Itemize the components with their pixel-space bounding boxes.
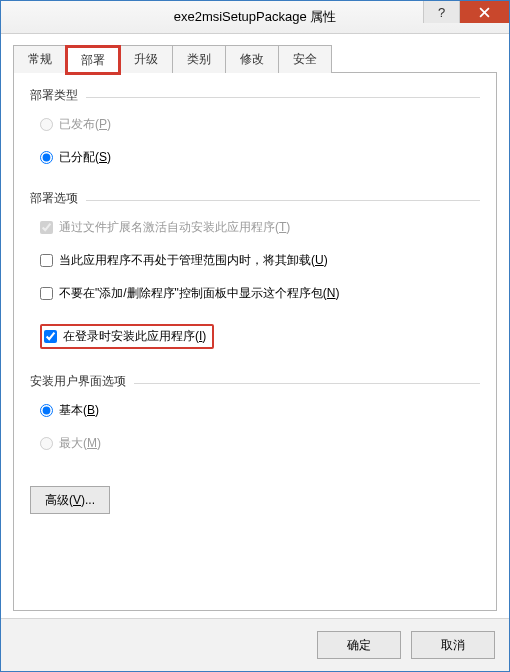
check-row-autoinstall: 通过文件扩展名激活自动安装此应用程序(T) — [30, 211, 480, 244]
check-uninstall-out-of-scope[interactable] — [40, 254, 53, 267]
tab-label: 安全 — [293, 51, 317, 68]
divider — [86, 200, 480, 201]
radio-published-label: 已发布(P) — [59, 116, 111, 133]
radio-ui-max[interactable] — [40, 437, 53, 450]
tab-label: 部署 — [81, 52, 105, 69]
radio-assigned[interactable] — [40, 151, 53, 164]
tab-label: 修改 — [240, 51, 264, 68]
group-title-deploy-options: 部署选项 — [30, 190, 78, 207]
window-controls: ? — [423, 1, 509, 25]
cancel-button-label: 取消 — [441, 638, 465, 652]
cancel-button[interactable]: 取消 — [411, 631, 495, 659]
check-install-at-logon-label: 在登录时安装此应用程序(I) — [63, 328, 206, 345]
ok-button[interactable]: 确定 — [317, 631, 401, 659]
client-area: 常规 部署 升级 类别 修改 安全 部署类型 已发布(P) — [13, 45, 497, 611]
tab-category[interactable]: 类别 — [172, 45, 226, 73]
help-button[interactable]: ? — [423, 1, 459, 23]
radio-row-assigned: 已分配(S) — [30, 141, 480, 174]
group-install-ui: 安装用户界面选项 基本(B) 最大(M) — [30, 373, 480, 460]
group-deploy-options: 部署选项 通过文件扩展名激活自动安装此应用程序(T) 当此应用程序不再处于管理范… — [30, 190, 480, 357]
check-hide-addremove[interactable] — [40, 287, 53, 300]
tabstrip: 常规 部署 升级 类别 修改 安全 — [13, 45, 497, 73]
radio-assigned-label: 已分配(S) — [59, 149, 111, 166]
group-title-deploy-type: 部署类型 — [30, 87, 78, 104]
divider — [86, 97, 480, 98]
check-autoinstall[interactable] — [40, 221, 53, 234]
check-row-hide-addremove: 不要在"添加/删除程序"控制面板中显示这个程序包(N) — [30, 277, 480, 310]
tab-label: 类别 — [187, 51, 211, 68]
close-icon — [479, 7, 490, 18]
radio-published[interactable] — [40, 118, 53, 131]
check-uninstall-label: 当此应用程序不再处于管理范围内时，将其卸载(U) — [59, 252, 328, 269]
properties-dialog: exe2msiSetupPackage 属性 ? 常规 部署 升级 类别 修改 … — [0, 0, 510, 672]
tab-upgrade[interactable]: 升级 — [119, 45, 173, 73]
group-title-install-ui: 安装用户界面选项 — [30, 373, 126, 390]
tab-general[interactable]: 常规 — [13, 45, 67, 73]
close-button[interactable] — [459, 1, 509, 23]
radio-row-ui-max: 最大(M) — [30, 427, 480, 460]
tab-security[interactable]: 安全 — [278, 45, 332, 73]
tab-deploy[interactable]: 部署 — [66, 46, 120, 74]
tab-label: 升级 — [134, 51, 158, 68]
radio-row-ui-basic: 基本(B) — [30, 394, 480, 427]
tab-label: 常规 — [28, 51, 52, 68]
highlight-box: 在登录时安装此应用程序(I) — [40, 324, 214, 349]
check-row-install-at-logon: 在登录时安装此应用程序(I) — [30, 310, 480, 357]
advanced-button-label: 高级(V)... — [45, 493, 95, 507]
divider — [134, 383, 480, 384]
radio-row-published: 已发布(P) — [30, 108, 480, 141]
dialog-footer: 确定 取消 — [1, 618, 509, 671]
check-autoinstall-label: 通过文件扩展名激活自动安装此应用程序(T) — [59, 219, 290, 236]
ok-button-label: 确定 — [347, 638, 371, 652]
radio-ui-basic[interactable] — [40, 404, 53, 417]
group-deploy-type: 部署类型 已发布(P) 已分配(S) — [30, 87, 480, 174]
check-hide-addremove-label: 不要在"添加/删除程序"控制面板中显示这个程序包(N) — [59, 285, 340, 302]
tab-panel-deploy: 部署类型 已发布(P) 已分配(S) — [13, 72, 497, 611]
advanced-button[interactable]: 高级(V)... — [30, 486, 110, 514]
titlebar: exe2msiSetupPackage 属性 ? — [1, 1, 509, 34]
tab-modify[interactable]: 修改 — [225, 45, 279, 73]
check-install-at-logon[interactable] — [44, 330, 57, 343]
radio-ui-max-label: 最大(M) — [59, 435, 101, 452]
check-row-uninstall: 当此应用程序不再处于管理范围内时，将其卸载(U) — [30, 244, 480, 277]
radio-ui-basic-label: 基本(B) — [59, 402, 99, 419]
